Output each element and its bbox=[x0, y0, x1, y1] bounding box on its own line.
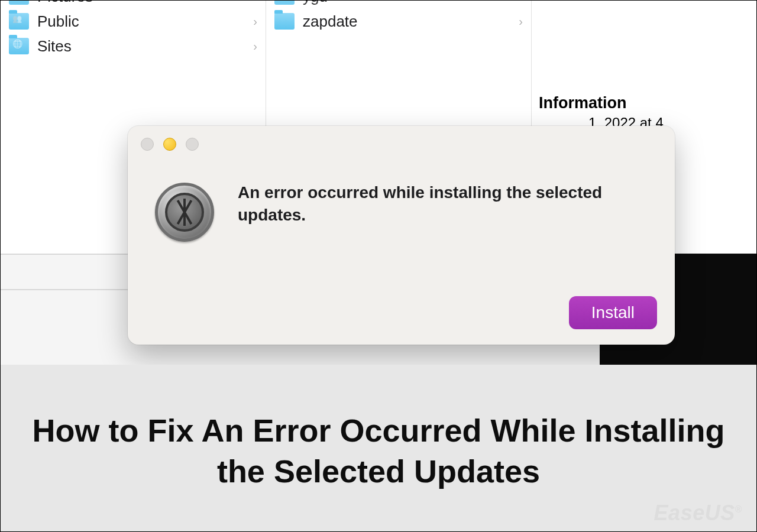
folder-icon bbox=[9, 0, 29, 5]
chevron-right-icon: › bbox=[253, 15, 257, 28]
minimize-window-icon[interactable] bbox=[163, 138, 176, 151]
close-window-icon[interactable] bbox=[141, 138, 154, 151]
error-message: An error occurred while installing the s… bbox=[238, 181, 639, 226]
chevron-right-icon: › bbox=[253, 0, 257, 4]
chevron-right-icon: › bbox=[519, 0, 523, 4]
folder-label: Public bbox=[37, 12, 79, 31]
folder-label: Sites bbox=[37, 37, 72, 56]
chevron-right-icon: › bbox=[253, 40, 257, 53]
system-preferences-gear-icon bbox=[155, 183, 214, 242]
folder-row-ygu[interactable]: ygu › bbox=[270, 0, 528, 9]
install-button[interactable]: Install bbox=[569, 296, 657, 329]
folder-label: Pictures bbox=[37, 0, 93, 6]
chevron-right-icon: › bbox=[519, 15, 523, 28]
info-header: Information bbox=[535, 83, 753, 115]
article-caption: How to Fix An Error Occurred While Insta… bbox=[1, 365, 756, 531]
folder-icon bbox=[9, 13, 29, 30]
folder-row-zapdate[interactable]: zapdate › bbox=[270, 9, 528, 34]
folder-row-pictures[interactable]: Pictures › bbox=[4, 0, 262, 9]
folder-icon bbox=[274, 13, 295, 30]
folder-label: zapdate bbox=[303, 12, 358, 31]
folder-row-sites[interactable]: Sites › bbox=[4, 34, 262, 59]
window-controls bbox=[141, 138, 199, 151]
zoom-window-icon[interactable] bbox=[186, 138, 199, 151]
folder-icon bbox=[9, 38, 29, 54]
folder-row-public[interactable]: Public › bbox=[4, 9, 262, 34]
easeus-watermark: EaseUS® bbox=[654, 501, 742, 525]
folder-label: ygu bbox=[303, 0, 328, 6]
folder-icon bbox=[274, 0, 295, 5]
error-dialog: An error occurred while installing the s… bbox=[128, 126, 675, 345]
caption-title: How to Fix An Error Occurred While Insta… bbox=[30, 410, 727, 492]
